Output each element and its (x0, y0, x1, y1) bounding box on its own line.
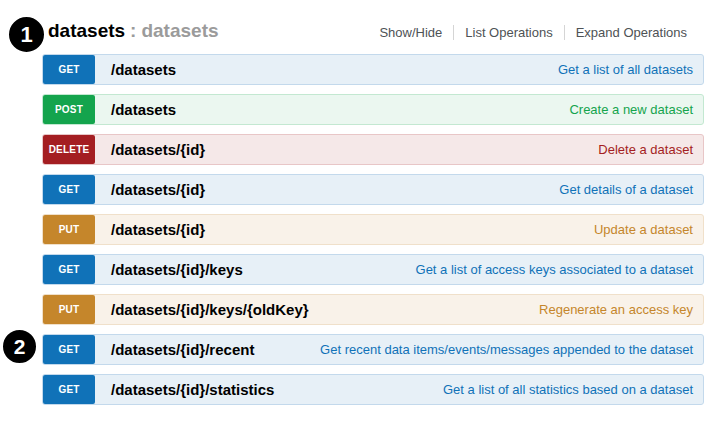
action-divider (453, 25, 454, 40)
annotation-number: 2 (14, 335, 26, 359)
endpoint-path[interactable]: /datasets/{id}/recent (111, 341, 254, 358)
method-badge[interactable]: POST (43, 95, 95, 124)
endpoint-description[interactable]: Get a list of access keys associated to … (416, 262, 693, 277)
method-badge[interactable]: DELETE (43, 135, 95, 164)
method-badge[interactable]: PUT (43, 215, 95, 244)
endpoint-row[interactable]: GET /datasets/{id}/keys Get a list of ac… (42, 254, 704, 285)
resource-title-primary[interactable]: datasets (48, 20, 125, 41)
endpoint-path[interactable]: /datasets (111, 61, 176, 78)
endpoint-description[interactable]: Regenerate an access key (539, 302, 693, 317)
annotation-marker-2: 2 (1, 328, 38, 365)
endpoint-description[interactable]: Delete a dataset (598, 142, 693, 157)
endpoint-description[interactable]: Get details of a dataset (559, 182, 693, 197)
endpoint-path[interactable]: /datasets (111, 101, 176, 118)
endpoint-path[interactable]: /datasets/{id} (111, 141, 205, 158)
endpoint-row[interactable]: GET /datasets/{id}/recent Get recent dat… (42, 334, 704, 365)
endpoint-path[interactable]: /datasets/{id}/keys/{oldKey} (111, 301, 309, 318)
endpoint-path[interactable]: /datasets/{id} (111, 181, 205, 198)
annotation-number: 1 (20, 22, 32, 48)
method-badge[interactable]: PUT (43, 295, 95, 324)
endpoint-row[interactable]: DELETE /datasets/{id} Delete a dataset (42, 134, 704, 165)
resource-header: datasets:datasets Show/Hide List Operati… (48, 20, 687, 46)
resource-title-secondary[interactable]: datasets (141, 20, 218, 41)
show-hide-link[interactable]: Show/Hide (379, 25, 442, 40)
endpoint-row[interactable]: GET /datasets/{id}/statistics Get a list… (42, 374, 704, 405)
method-badge[interactable]: GET (43, 175, 95, 204)
endpoint-description[interactable]: Create a new dataset (569, 102, 693, 117)
annotation-marker-1: 1 (7, 15, 46, 54)
endpoint-description[interactable]: Get a list of all datasets (558, 62, 693, 77)
resource-actions: Show/Hide List Operations Expand Operati… (379, 25, 687, 40)
api-docs-panel: 1 2 datasets:datasets Show/Hide List Ope… (0, 0, 709, 425)
method-badge[interactable]: GET (43, 335, 95, 364)
endpoint-row[interactable]: PUT /datasets/{id} Update a dataset (42, 214, 704, 245)
endpoint-description[interactable]: Update a dataset (594, 222, 693, 237)
method-badge[interactable]: GET (43, 255, 95, 284)
method-badge[interactable]: GET (43, 375, 95, 404)
endpoint-path[interactable]: /datasets/{id}/keys (111, 261, 243, 278)
endpoint-row[interactable]: GET /datasets/{id} Get details of a data… (42, 174, 704, 205)
list-operations-link[interactable]: List Operations (465, 25, 552, 40)
resource-title[interactable]: datasets:datasets (48, 20, 219, 42)
endpoint-path[interactable]: /datasets/{id} (111, 221, 205, 238)
expand-operations-link[interactable]: Expand Operations (576, 25, 687, 40)
endpoint-list: GET /datasets Get a list of all datasets… (42, 54, 704, 405)
endpoint-description[interactable]: Get a list of all statistics based on a … (443, 382, 693, 397)
endpoint-row[interactable]: PUT /datasets/{id}/keys/{oldKey} Regener… (42, 294, 704, 325)
endpoint-row[interactable]: POST /datasets Create a new dataset (42, 94, 704, 125)
endpoint-path[interactable]: /datasets/{id}/statistics (111, 381, 274, 398)
resource-title-separator: : (130, 20, 136, 41)
action-divider (564, 25, 565, 40)
endpoint-description[interactable]: Get recent data items/events/messages ap… (320, 342, 693, 357)
method-badge[interactable]: GET (43, 55, 95, 84)
endpoint-row[interactable]: GET /datasets Get a list of all datasets (42, 54, 704, 85)
